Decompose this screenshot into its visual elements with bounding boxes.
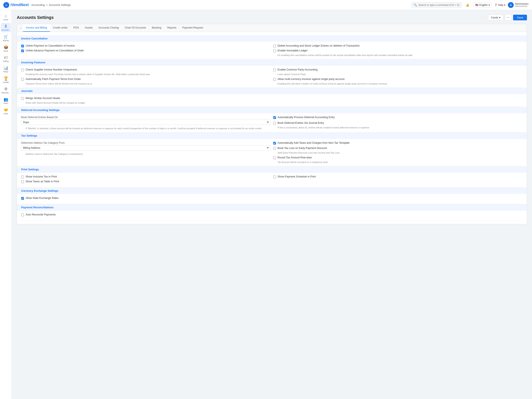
book-deferred-label: Book Deferred Entries Based On [21, 116, 271, 119]
tab-credit-limits[interactable]: Credit Limits [50, 24, 70, 32]
chk-common-party[interactable] [273, 69, 276, 71]
users-icon: 👥 [4, 97, 8, 102]
section-title-print-settings: Print Settings [17, 166, 527, 173]
manufacturing-icon: ⚙ [4, 87, 7, 91]
chk-stale-rates-label: Allow Stale Exchange Rates [25, 197, 58, 200]
section-title-currency-exchange: Currency Exchange Settings [17, 187, 527, 194]
tab-payment-request[interactable]: Payment Request [179, 24, 206, 32]
tab-chart-of-accounts[interactable]: Chart Of Accounts [122, 24, 149, 32]
chk-book-tax-loss-label: Book Tax Loss on Early Payment Discount [278, 147, 327, 150]
book-deferred-select[interactable]: Days Months [21, 119, 271, 125]
chk-auto-process-label: Automatically Process Deferred Accountin… [278, 116, 335, 119]
search-box[interactable]: 🔍 [411, 2, 462, 7]
sidebar-label-home: Home [3, 19, 8, 21]
search-input[interactable] [418, 4, 459, 6]
tab-banking[interactable]: Banking [149, 24, 164, 32]
sidebar-item-loyalty[interactable]: 🏆 Loyalty [1, 75, 11, 85]
page-header: Accounts Settings Cards ▾ ··· Save [17, 14, 527, 21]
help-button[interactable]: ❓ Help ▾ [494, 4, 506, 6]
chk-book-tax-loss-row: Book Tax Loss on Early Payment Discount [273, 147, 523, 150]
chk-multi-currency[interactable] [273, 78, 276, 81]
chk-auto-taxes[interactable] [273, 142, 276, 144]
sidebar-item-manufacturing[interactable]: ⚙ Manufac... [1, 85, 11, 95]
chk-book-journal[interactable] [273, 122, 276, 125]
notification-icon[interactable]: 🔔 [464, 2, 471, 8]
invoice-cancellation-right: Delete Accounting and Stock Ledger Entri… [273, 44, 523, 56]
app-logo[interactable]: iV iVendNext [3, 2, 29, 8]
tab-invoice-billing[interactable]: Invoice and Billing [23, 24, 50, 32]
more-button[interactable]: ··· [505, 14, 511, 21]
lang-chevron-icon: ▾ [488, 4, 490, 6]
main-content: Accounts Settings Cards ▾ ··· Save › Inv… [12, 10, 532, 228]
chk-inclusive-tax[interactable] [21, 176, 24, 178]
chk-auto-process[interactable] [273, 116, 276, 119]
selling-icon: 🏷 [4, 55, 8, 60]
chk-multi-currency-label: Allow multi-currency invoices against si… [278, 78, 345, 81]
chk-payment-schedule[interactable] [273, 176, 276, 178]
chk-delete-ledger[interactable] [273, 45, 276, 47]
sidebar-item-home[interactable]: ⌂ Home [1, 12, 11, 22]
sidebar-item-users[interactable]: 👥 Users [1, 96, 11, 106]
address-tax-hint: Address used to determine Tax Category i… [25, 153, 271, 155]
sidebar-label-users: Users [3, 102, 8, 104]
sidebar-item-crm[interactable]: 🤝 CRM [1, 106, 11, 116]
chk-common-party-hint: Learn about Common Party [278, 73, 523, 75]
navbar-right: 🔍 🔔 🇺🇸 English ▾ ❓ Help ▾ A Administrato… [411, 2, 529, 8]
sidebar-item-buying[interactable]: 🛒 Buying [1, 33, 11, 43]
tab-reports[interactable]: Reports [164, 24, 179, 32]
address-tax-select[interactable]: Billing Address Shipping Address [21, 145, 271, 151]
chk-unlink-advance[interactable] [21, 50, 24, 52]
user-details: Administrator Administrator [515, 2, 529, 7]
tabs-toggle[interactable]: › [19, 25, 23, 31]
chk-multi-currency-hint: Enabling this will allow creation of mul… [278, 82, 523, 85]
chk-unlink-payment-row: Unlink Payment on Cancellation of Invoic… [21, 44, 271, 47]
chk-unlink-payment[interactable] [21, 45, 24, 47]
sidebar-item-stock[interactable]: 📦 Stock [1, 44, 11, 53]
chk-supplier-inv[interactable] [21, 69, 24, 71]
section-body-tax-settings: Determine Address Tax Category From Bill… [21, 139, 523, 166]
chk-auto-reconcile[interactable] [21, 213, 24, 216]
chk-common-party-row: Enable Common Party Accounting [273, 68, 523, 71]
chk-taxes-table[interactable] [21, 181, 24, 183]
deferred-accounting-right: Automatically Process Deferred Accountin… [273, 116, 523, 130]
tab-assets[interactable]: Assets [82, 24, 96, 32]
home-icon: ⌂ [5, 14, 7, 18]
sidebar-label-accounting: Accounti... [1, 29, 10, 31]
chk-immutable-row: Enable Immutable Ledger [273, 49, 523, 52]
section-body-currency-exchange: Allow Stale Exchange Rates [21, 194, 523, 204]
user-menu[interactable]: A Administrator Administrator [508, 2, 529, 8]
settings-content: Invoice Cancellation Unlink Payment on C… [17, 32, 527, 224]
sidebar: ⌂ Home $ Accounti... 🛒 Buying 📦 Stock 🏷 … [0, 10, 12, 228]
chk-auto-fetch[interactable] [21, 78, 24, 81]
chk-auto-fetch-label: Automatically Fetch Payment Terms from O… [25, 78, 81, 81]
section-body-deferred-accounting: Book Deferred Entries Based On Days Mont… [21, 113, 523, 132]
section-currency-exchange: Currency Exchange Settings Allow Stale E… [21, 187, 523, 204]
chk-taxes-table-label: Show Taxes as Table in Print [25, 180, 59, 183]
tab-pos[interactable]: POS [70, 24, 82, 32]
print-settings-right: Show Payment Schedule in Print [273, 175, 523, 185]
chk-supplier-inv-row: Check Supplier Invoice Number Uniqueness [21, 68, 271, 71]
help-icon: ❓ [494, 4, 497, 6]
invoicing-features-right: Enable Common Party Accounting Learn abo… [273, 68, 523, 85]
chk-book-tax-loss[interactable] [273, 147, 276, 150]
section-payment-reconciliation: Payment Reconciliations Auto Reconcile P… [21, 204, 523, 221]
chk-immutable[interactable] [273, 50, 276, 52]
help-label: Help [498, 4, 503, 6]
tab-accounts-closing[interactable]: Accounts Closing [96, 24, 122, 32]
breadcrumb: Accounting > Accounts Settings [31, 3, 71, 6]
breadcrumb-parent[interactable]: Accounting [31, 3, 45, 6]
cards-button[interactable]: Cards ▾ [488, 15, 503, 20]
chk-stale-rates[interactable] [21, 197, 24, 200]
sidebar-item-retail[interactable]: 📊 Retail [1, 64, 11, 74]
chk-book-journal-row: Book Deferred Entries Via Journal Entry [273, 121, 523, 125]
flag-icon: 🇺🇸 [475, 4, 478, 6]
chk-round-tax[interactable] [273, 156, 276, 159]
language-button[interactable]: 🇺🇸 English ▾ [474, 2, 492, 7]
save-button[interactable]: Save [513, 15, 527, 20]
section-journals: Journals Merge Similar Account Heads Row… [21, 88, 523, 107]
chk-immutable-label: Enable Immutable Ledger [278, 49, 308, 52]
section-title-journals: Journals [17, 88, 527, 94]
sidebar-item-selling[interactable]: 🏷 Selling [1, 54, 11, 63]
chk-merge-heads[interactable] [21, 97, 24, 100]
sidebar-item-accounting[interactable]: $ Accounti... [1, 23, 11, 32]
